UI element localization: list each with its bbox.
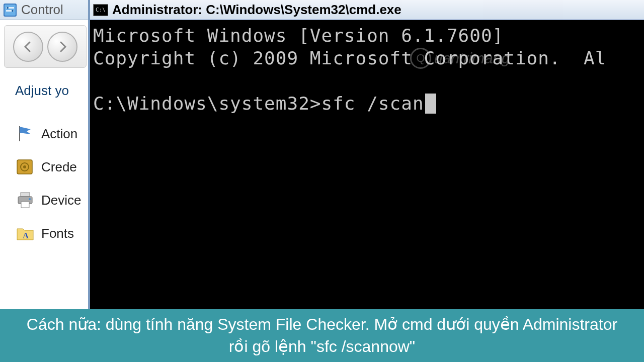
svg-rect-11 [21, 202, 29, 208]
cmd-titlebar[interactable]: C:\ Administrator: C:\Windows\System32\c… [90, 0, 644, 20]
control-panel-heading: Adjust yo [15, 83, 83, 99]
svg-point-5 [12, 10, 14, 12]
cp-item-devices[interactable]: Device [15, 190, 83, 210]
cmd-prompt: C:\Windows\system32> [93, 93, 321, 114]
cp-item-credentials[interactable]: Crede [15, 157, 83, 177]
cmd-title: Administrator: C:\Windows\System32\cmd.e… [112, 2, 401, 18]
cp-item-label: Action [41, 126, 77, 142]
back-button[interactable] [13, 32, 43, 62]
svg-point-12 [29, 198, 31, 200]
cp-item-action[interactable]: Action [15, 124, 83, 144]
forward-button[interactable] [47, 32, 77, 62]
control-panel-title: Control [21, 2, 63, 18]
cmd-terminal[interactable]: Microsoft Windows [Version 6.1.7600] Cop… [90, 20, 644, 309]
cp-item-label: Fonts [41, 226, 74, 241]
cmd-line-copyright: Copyright (c) 2009 Microsoft Corporation… [93, 48, 606, 68]
control-panel-content: Adjust yo Action Crede [0, 68, 91, 243]
svg-point-8 [23, 165, 26, 168]
cmd-command-input[interactable]: sfc /scan [321, 93, 424, 114]
cursor-icon [425, 94, 436, 114]
caption-bar: Cách nữa: dùng tính năng System File Che… [0, 309, 644, 362]
cmd-line-version: Microsoft Windows [Version 6.1.7600] [93, 25, 504, 46]
cp-item-label: Device [41, 193, 81, 208]
cp-item-fonts[interactable]: A Fonts [15, 223, 83, 243]
printer-icon [15, 190, 35, 210]
svg-text:A: A [23, 231, 29, 240]
cp-item-label: Crede [41, 159, 77, 175]
control-panel-titlebar[interactable]: Control [0, 0, 91, 20]
flag-icon [15, 124, 35, 144]
folder-font-icon: A [15, 223, 35, 243]
control-panel-window: Control Adjust yo Action [0, 0, 91, 309]
control-panel-icon [2, 2, 18, 18]
caption-text: Cách nữa: dùng tính năng System File Che… [20, 314, 624, 357]
cmd-icon: C:\ [93, 4, 108, 16]
vault-icon [15, 157, 35, 177]
svg-point-4 [7, 7, 9, 9]
cmd-window: C:\ Administrator: C:\Windows\System32\c… [88, 0, 644, 309]
nav-buttons [4, 25, 87, 68]
svg-rect-9 [21, 193, 30, 197]
